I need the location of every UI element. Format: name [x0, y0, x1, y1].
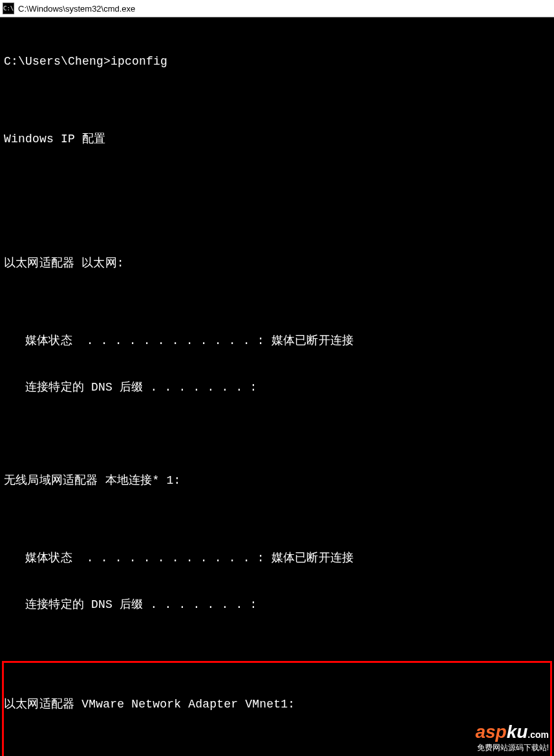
terminal-output[interactable]: C:\Users\Cheng>ipconfig Windows IP 配置 以太…: [0, 17, 554, 756]
highlight-vmnet1: 以太网适配器 VMware Network Adapter VMnet1: 连接…: [2, 661, 552, 756]
watermark-sub: 免费网站源码下载站!: [475, 742, 549, 753]
window-titlebar[interactable]: C:\. C:\Windows\system32\cmd.exe: [0, 0, 554, 17]
watermark-logo: aspku.com: [475, 723, 549, 741]
adapter-wlan-local-title: 无线局域网适配器 本地连接* 1:: [4, 473, 550, 488]
adapter-ethernet-media: 媒体状态 . . . . . . . . . . . . : 媒体已断开连接: [4, 333, 550, 349]
watermark-asp: asp: [475, 722, 506, 742]
ipconfig-header: Windows IP 配置: [4, 131, 550, 147]
watermark-com: .com: [527, 729, 549, 740]
window-title: C:\Windows\system32\cmd.exe: [18, 4, 135, 14]
cmd-icon: C:\.: [3, 3, 14, 14]
prompt-line: C:\Users\Cheng>ipconfig: [4, 54, 550, 69]
adapter-ethernet-dns: 连接特定的 DNS 后缀 . . . . . . . :: [4, 380, 550, 395]
adapter-wlan-local-media: 媒体状态 . . . . . . . . . . . . : 媒体已断开连接: [4, 550, 550, 566]
watermark: aspku.com 免费网站源码下载站!: [475, 723, 549, 753]
adapter-wlan-local-dns: 连接特定的 DNS 后缀 . . . . . . . :: [4, 597, 550, 612]
adapter-vmnet1-title: 以太网适配器 VMware Network Adapter VMnet1:: [4, 697, 550, 712]
adapter-ethernet-title: 以太网适配器 以太网:: [4, 255, 550, 271]
watermark-ku: ku: [507, 722, 528, 742]
